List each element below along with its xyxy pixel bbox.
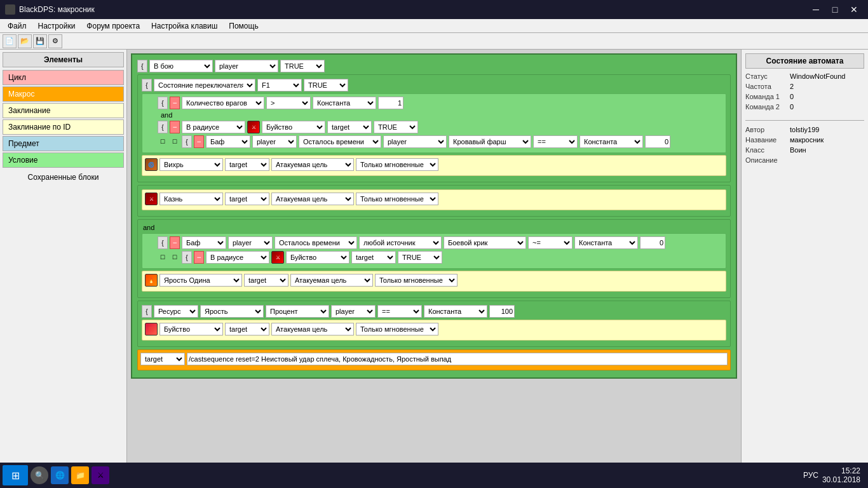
toolbar-open[interactable]: 📂 bbox=[18, 34, 32, 48]
b3r1-minus[interactable]: − bbox=[170, 236, 180, 249]
row3-value[interactable] bbox=[645, 135, 670, 148]
vortex-icon: 🌀 bbox=[145, 158, 158, 171]
b3r1-operator[interactable]: ~= bbox=[528, 236, 573, 249]
b4-dropdown3[interactable]: Процент bbox=[266, 305, 329, 318]
cast-seq-input[interactable] bbox=[187, 353, 728, 365]
sidebar-item-condition[interactable]: Условие bbox=[3, 152, 124, 168]
row2-dropdown1[interactable]: В радиусе bbox=[182, 121, 245, 133]
row1-dropdown2[interactable]: Константа bbox=[313, 97, 376, 109]
fury-dropdown4[interactable]: Только мгновенные bbox=[356, 323, 438, 336]
row3-brace[interactable]: { bbox=[182, 135, 192, 148]
toolbar-save[interactable]: 💾 bbox=[33, 34, 47, 48]
block4: { Ресурс Ярость Процент player == bbox=[137, 301, 731, 347]
row3-dropdown3[interactable]: Осталось времени bbox=[299, 135, 381, 148]
row3-dropdown6[interactable]: Константа bbox=[580, 135, 643, 148]
menu-file[interactable]: Файл bbox=[3, 20, 32, 32]
row2-dropdown4[interactable]: TRUE bbox=[374, 121, 418, 133]
maximize-button[interactable]: □ bbox=[826, 3, 844, 16]
row2-brace[interactable]: { bbox=[158, 121, 168, 133]
b3r2-dropdown3[interactable]: target bbox=[351, 251, 396, 264]
row3-dropdown4[interactable]: player bbox=[383, 135, 447, 148]
fury-dropdown1[interactable]: Буйство bbox=[159, 323, 223, 336]
top-dropdown3[interactable]: TRUE bbox=[280, 60, 325, 72]
fury-dropdown2[interactable]: target bbox=[225, 323, 269, 336]
author-row: Автор tolstiy199 bbox=[745, 126, 864, 133]
b3r1-dropdown4[interactable]: любой источник bbox=[359, 236, 442, 249]
b3r1-value[interactable] bbox=[640, 236, 665, 249]
block1-dropdown2[interactable]: F1 bbox=[257, 79, 302, 92]
b3r1-dropdown1[interactable]: Баф bbox=[182, 236, 226, 249]
b3r2-dropdown2[interactable]: Буйство bbox=[286, 251, 349, 264]
row1-dropdown1[interactable]: Количество врагов bbox=[182, 97, 264, 109]
execute-dropdown3[interactable]: Атакуемая цель bbox=[271, 193, 354, 205]
sidebar-item-item[interactable]: Предмет bbox=[3, 136, 124, 151]
vortex-dropdown1[interactable]: Вихрь bbox=[159, 158, 223, 171]
cmd1-value: 0 bbox=[790, 93, 794, 100]
top-dropdown1[interactable]: В бою bbox=[149, 60, 213, 72]
b4-dropdown5[interactable]: Константа bbox=[424, 305, 487, 318]
anger-dropdown4[interactable]: Только мгновенные bbox=[375, 274, 458, 287]
row3-minus[interactable]: − bbox=[194, 135, 204, 148]
top-dropdown2[interactable]: player bbox=[215, 60, 278, 72]
b3r2-dropdown1[interactable]: В радиусе bbox=[206, 251, 269, 264]
outer-block: { В бою player TRUE { Состояние переключ… bbox=[131, 53, 737, 379]
b3r1-dropdown3[interactable]: Осталось времени bbox=[275, 236, 357, 249]
berserker-icon2: ⚔ bbox=[271, 251, 284, 264]
b4-dropdown1[interactable]: Ресурс bbox=[154, 305, 198, 318]
row3-dropdown2[interactable]: player bbox=[252, 135, 297, 148]
b3r1-dropdown2[interactable]: player bbox=[228, 236, 273, 249]
row2-dropdown2[interactable]: Буйство bbox=[262, 121, 325, 133]
row2-minus[interactable]: − bbox=[170, 121, 180, 133]
block1-dropdown1[interactable]: Состояние переключателя bbox=[154, 79, 255, 92]
menu-forum[interactable]: Форум проекта bbox=[81, 20, 145, 32]
b3r2-brace[interactable]: { bbox=[182, 251, 192, 264]
menu-keybind[interactable]: Настройка клавиш bbox=[146, 20, 222, 32]
row3-dropdown5[interactable]: Кровавый фарш bbox=[449, 135, 531, 148]
vortex-dropdown3[interactable]: Атакуемая цель bbox=[271, 158, 354, 171]
vortex-dropdown2[interactable]: target bbox=[225, 158, 269, 171]
b3r1-brace[interactable]: { bbox=[158, 236, 168, 249]
execute-dropdown1[interactable]: Казнь bbox=[159, 193, 223, 205]
b4-value[interactable] bbox=[489, 305, 515, 318]
row3-dropdown1[interactable]: Баф bbox=[206, 135, 250, 148]
vortex-dropdown4[interactable]: Только мгновенные bbox=[356, 158, 438, 171]
block1-brace[interactable]: { bbox=[142, 79, 152, 92]
row1-minus[interactable]: − bbox=[170, 97, 180, 109]
fury-row: 💢 Буйство target Атакуемая цель Только м… bbox=[145, 323, 723, 336]
anger-dropdown2[interactable]: target bbox=[244, 274, 288, 287]
anger-dropdown3[interactable]: Атакуемая цель bbox=[290, 274, 373, 287]
b4-brace[interactable]: { bbox=[142, 305, 152, 318]
execute-dropdown4[interactable]: Только мгновенные bbox=[356, 193, 438, 205]
sidebar-item-spell[interactable]: Заклинание bbox=[3, 103, 124, 118]
row1-value[interactable] bbox=[378, 97, 403, 109]
sidebar-item-macro[interactable]: Макрос bbox=[3, 86, 124, 102]
top-brace[interactable]: { bbox=[137, 60, 147, 72]
b4-operator[interactable]: == bbox=[377, 305, 422, 318]
toolbar-new[interactable]: 📄 bbox=[3, 34, 17, 48]
block1-row3: ☐ ☐ { − Баф player Осталось времени bbox=[158, 135, 723, 148]
b3r1-dropdown6[interactable]: Константа bbox=[574, 236, 638, 249]
menu-settings[interactable]: Настройки bbox=[33, 20, 81, 32]
toolbar-extra[interactable]: ⚙ bbox=[48, 34, 62, 48]
title-bar-text: BlackDPS: макросник bbox=[19, 5, 95, 14]
block1-dropdown3[interactable]: TRUE bbox=[304, 79, 348, 92]
row1-operator[interactable]: > bbox=[266, 97, 311, 109]
b4-dropdown2[interactable]: Ярость bbox=[200, 305, 264, 318]
b3r2-minus[interactable]: − bbox=[194, 251, 204, 264]
fury-dropdown3[interactable]: Атакуемая цель bbox=[271, 323, 354, 336]
sidebar-item-cycle[interactable]: Цикл bbox=[3, 70, 124, 85]
sidebar-item-spell-id[interactable]: Заклинание по ID bbox=[3, 119, 124, 135]
row3-operator[interactable]: == bbox=[533, 135, 578, 148]
row1-brace[interactable]: { bbox=[158, 97, 168, 109]
b4-dropdown4[interactable]: player bbox=[331, 305, 376, 318]
menu-help[interactable]: Помощь bbox=[224, 20, 263, 32]
anger-dropdown1[interactable]: Ярость Одина bbox=[159, 274, 242, 287]
cast-seq-dropdown[interactable]: target bbox=[140, 353, 185, 365]
close-button[interactable]: ✕ bbox=[845, 3, 863, 16]
minimize-button[interactable]: ─ bbox=[807, 3, 825, 16]
row2-dropdown3[interactable]: target bbox=[327, 121, 372, 133]
execute-dropdown2[interactable]: target bbox=[225, 193, 269, 205]
b3r1-dropdown5[interactable]: Боевой крик bbox=[444, 236, 526, 249]
status-label: Статус bbox=[745, 72, 790, 80]
b3r2-dropdown4[interactable]: TRUE bbox=[398, 251, 442, 264]
